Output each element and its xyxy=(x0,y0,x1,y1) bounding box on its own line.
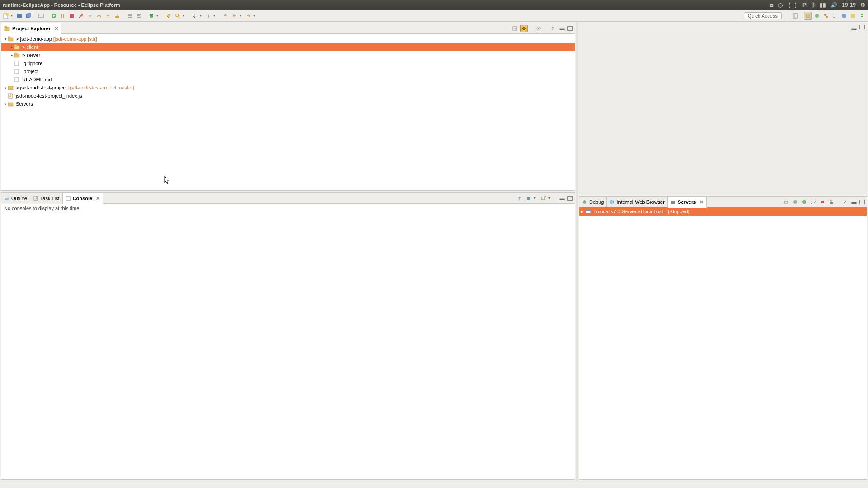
display-console-icon[interactable] xyxy=(525,195,532,202)
close-icon[interactable]: ✕ xyxy=(54,26,58,32)
servers-body[interactable]: ▸ Tomcat v7.0 Server at localhost [Stopp… xyxy=(579,207,867,479)
minimize-icon[interactable]: ▬ xyxy=(850,198,858,206)
step-over-icon[interactable] xyxy=(95,12,103,20)
expand-toggle-icon[interactable]: ▸ xyxy=(581,209,584,215)
project-explorer-tree[interactable]: ▾ > jsdt-demo-app [jsdt-demo-app jsdt] ▸… xyxy=(1,34,575,190)
expand-toggle-icon[interactable]: ▸ xyxy=(9,45,14,49)
minimize-icon[interactable]: ▬ xyxy=(558,25,566,32)
focus-task-icon[interactable] xyxy=(535,25,542,32)
tree-project-jsdt-demo-app[interactable]: ▾ > jsdt-demo-app [jsdt-demo-app jsdt] xyxy=(1,35,575,43)
quick-access-field[interactable]: Quick Access xyxy=(744,12,782,19)
open-console-icon[interactable]: + xyxy=(539,195,547,202)
chat-icon[interactable]: ◌ xyxy=(778,2,783,8)
project-explorer-view: Project Explorer ✕ ▿ ▬ ▾ xyxy=(1,23,575,191)
debug-dropdown[interactable]: ▾ xyxy=(156,14,160,18)
start-debug-icon[interactable] xyxy=(792,198,799,206)
save-icon[interactable] xyxy=(15,12,24,20)
step-return-icon[interactable] xyxy=(104,12,112,20)
prev-annotation-icon[interactable] xyxy=(204,12,212,20)
debug-dropdown-icon[interactable] xyxy=(147,12,156,20)
view-menu-icon[interactable]: ▿ xyxy=(841,198,849,206)
close-icon[interactable]: ✕ xyxy=(699,199,703,205)
console-body: No consoles to display at this time. xyxy=(1,204,575,479)
disconnect-icon[interactable] xyxy=(77,12,85,20)
new-dropdown[interactable]: ▾ xyxy=(11,14,14,18)
stop-server-icon[interactable] xyxy=(819,198,826,206)
search-dropdown[interactable]: ▾ xyxy=(183,14,186,18)
terminate-icon[interactable] xyxy=(68,12,76,20)
editor-area[interactable]: ▬ xyxy=(579,23,867,194)
tree-file-index-js[interactable]: JS jsdt-node-test-project_index.js xyxy=(1,92,575,100)
suspend-icon[interactable] xyxy=(59,12,67,20)
server-tomcat[interactable]: ▸ Tomcat v7.0 Server at localhost [Stopp… xyxy=(579,207,867,216)
keyboard-indicator[interactable]: Pl xyxy=(802,2,807,8)
bluetooth-icon[interactable]: ᛒ xyxy=(812,2,815,8)
start-server-icon[interactable] xyxy=(801,198,808,206)
js-perspective-icon[interactable] xyxy=(849,12,857,20)
tree-project-servers[interactable]: ▸ Servers xyxy=(1,100,575,108)
run-icon[interactable] xyxy=(50,12,58,20)
wifi-icon[interactable]: ⋮⋮ xyxy=(787,2,798,8)
search-icon[interactable] xyxy=(174,12,182,20)
drop-to-frame-icon[interactable] xyxy=(113,12,121,20)
svg-rect-21 xyxy=(851,14,855,18)
settings-gear-icon[interactable]: ⚙ xyxy=(860,2,865,8)
toggle-breadcrumb-icon[interactable] xyxy=(37,12,45,20)
debug-perspective-icon[interactable] xyxy=(813,12,821,20)
outline-tab[interactable]: Outline xyxy=(1,193,30,204)
expand-toggle-icon[interactable]: ▸ xyxy=(3,85,8,90)
minimize-icon[interactable]: ▬ xyxy=(558,195,566,202)
profile-server-icon[interactable] xyxy=(810,198,817,206)
pin-console-icon[interactable] xyxy=(516,195,523,202)
tree-file-readme[interactable]: README.md xyxy=(1,75,575,84)
maximize-icon[interactable] xyxy=(859,25,865,29)
javaee-perspective-icon[interactable] xyxy=(840,12,848,20)
maximize-icon[interactable] xyxy=(567,26,573,31)
open-type-icon[interactable] xyxy=(165,12,173,20)
git-perspective-icon[interactable] xyxy=(822,12,830,20)
debug-tab-label: Debug xyxy=(589,199,604,205)
resource-perspective-icon[interactable] xyxy=(804,12,812,20)
expand-toggle-icon[interactable]: ▸ xyxy=(3,102,8,106)
dropbox-icon[interactable]: ⧈ xyxy=(770,2,774,8)
tree-project-jsdt-node-test[interactable]: ▸ > jsdt-node-test-project [jsdt-node-te… xyxy=(1,84,575,92)
maximize-icon[interactable] xyxy=(567,196,573,201)
close-icon[interactable]: ✕ xyxy=(96,196,100,202)
tree-folder-client[interactable]: ▸ > client xyxy=(1,43,575,51)
tree-folder-server[interactable]: ▸ > server xyxy=(1,51,575,59)
svg-point-1 xyxy=(6,13,9,16)
browser-tab[interactable]: Internal Web Browser xyxy=(607,197,668,207)
new-icon[interactable] xyxy=(2,12,10,20)
step-into-icon[interactable] xyxy=(86,12,94,20)
link-editor-icon[interactable] xyxy=(520,25,528,32)
expand-toggle-icon[interactable]: ▾ xyxy=(3,37,8,41)
toggle-block-icon[interactable] xyxy=(135,12,143,20)
collapse-all-icon[interactable] xyxy=(511,25,519,32)
next-annotation-icon[interactable] xyxy=(191,12,199,20)
expand-toggle-icon[interactable]: ▸ xyxy=(9,53,14,57)
new-server-icon[interactable] xyxy=(783,198,790,206)
java-perspective-icon[interactable]: J xyxy=(831,12,839,20)
forward-icon[interactable] xyxy=(244,12,252,20)
svg-rect-36 xyxy=(8,86,13,90)
task-list-tab[interactable]: Task List xyxy=(30,193,63,204)
maximize-icon[interactable] xyxy=(859,200,865,204)
servers-tab[interactable]: Servers ✕ xyxy=(668,197,707,208)
view-menu-icon[interactable]: ▿ xyxy=(549,25,557,32)
back-icon[interactable] xyxy=(231,12,239,20)
last-edit-icon[interactable] xyxy=(222,12,230,20)
save-all-icon[interactable] xyxy=(24,12,33,20)
console-tab[interactable]: Console ✕ xyxy=(63,193,103,204)
project-explorer-tab[interactable]: Project Explorer ✕ xyxy=(1,23,61,34)
minimize-icon[interactable]: ▬ xyxy=(850,25,858,32)
tree-file-gitignore[interactable]: .gitignore xyxy=(1,59,575,67)
publish-icon[interactable] xyxy=(828,198,835,206)
volume-icon[interactable]: 🔊 xyxy=(830,2,837,8)
toggle-mark-icon[interactable] xyxy=(126,12,134,20)
open-perspective-icon[interactable] xyxy=(791,12,799,20)
clock[interactable]: 19:19 xyxy=(842,2,856,8)
tree-file-project[interactable]: .project xyxy=(1,67,575,75)
debug-tab[interactable]: Debug xyxy=(579,197,607,207)
team-sync-perspective-icon[interactable] xyxy=(858,12,866,20)
battery-icon[interactable]: ▮▮ xyxy=(820,2,826,8)
